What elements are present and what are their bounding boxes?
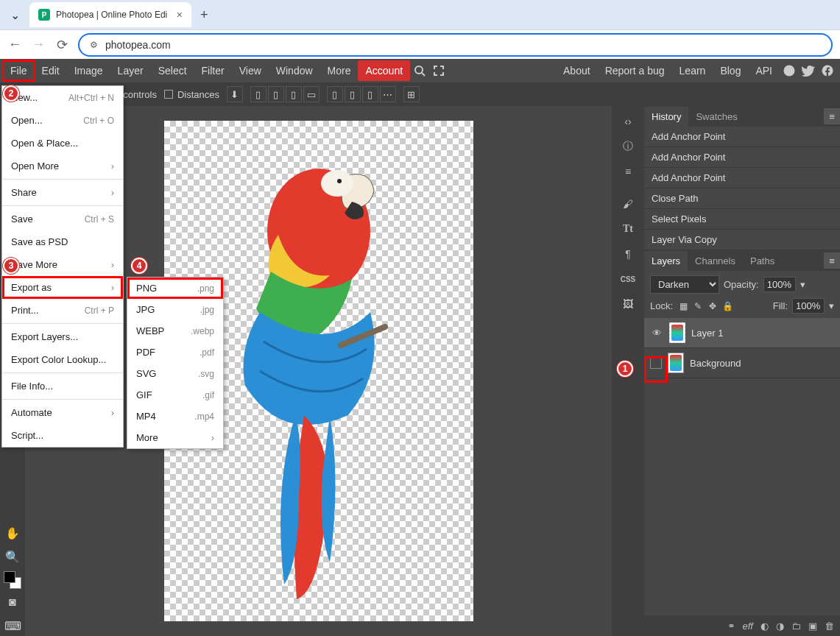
opacity-input[interactable]	[763, 277, 796, 292]
reddit-icon[interactable]	[780, 61, 799, 80]
layer-row[interactable]: 👁Layer 1	[644, 318, 840, 348]
download-icon[interactable]: ⬇	[227, 86, 243, 102]
file-menu-item[interactable]: Share›	[2, 181, 123, 204]
adjustment-layer-icon[interactable]: ◑	[776, 621, 784, 632]
history-item[interactable]: Close Path	[644, 188, 840, 209]
color-swatch[interactable]	[4, 571, 21, 589]
file-menu-item[interactable]: Export Layers...	[2, 325, 123, 348]
history-panel-menu-icon[interactable]: ≡	[824, 108, 840, 124]
export-submenu-item[interactable]: SVG.svg	[127, 363, 223, 384]
new-layer-icon[interactable]: ▣	[808, 621, 817, 632]
history-item[interactable]: Select Pixels	[644, 209, 840, 230]
more-align-icon[interactable]: ⋯	[380, 86, 396, 102]
brush-panel-icon[interactable]: 🖌	[616, 193, 640, 215]
menu-file[interactable]: File	[3, 60, 35, 81]
nav-forward-button[interactable]: →	[31, 37, 46, 52]
layer-mask-icon[interactable]: ◐	[760, 621, 769, 632]
menu-account[interactable]: Account	[358, 60, 410, 81]
nav-reload-button[interactable]: ⟳	[54, 37, 69, 53]
facebook-icon[interactable]	[818, 61, 837, 80]
distribute-h-icon[interactable]: ▯	[327, 86, 343, 102]
layer-visibility-toggle[interactable]: 👁	[650, 328, 663, 339]
twitter-icon[interactable]	[799, 61, 818, 80]
tab-paths[interactable]: Paths	[743, 251, 782, 271]
layer-row[interactable]: Background	[644, 348, 840, 378]
css-panel-icon[interactable]: CSS	[616, 268, 640, 290]
info-panel-icon[interactable]: ⓘ	[616, 135, 640, 158]
menu-edit[interactable]: Edit	[35, 60, 67, 81]
align-left-icon[interactable]: ▯	[250, 86, 267, 102]
file-menu-item[interactable]: Open & Place...	[2, 132, 123, 155]
file-menu-item[interactable]: Print...Ctrl + P	[2, 299, 123, 322]
tab-channels[interactable]: Channels	[688, 251, 743, 271]
export-submenu-item[interactable]: PDF.pdf	[127, 342, 223, 363]
export-submenu-item[interactable]: More›	[127, 427, 223, 448]
image-panel-icon[interactable]: 🖼	[616, 293, 640, 315]
file-menu-item[interactable]: Automate›	[2, 401, 123, 424]
export-submenu-item[interactable]: PNG.png	[127, 278, 223, 299]
menu-layer[interactable]: Layer	[110, 60, 151, 81]
hand-tool[interactable]: ✋	[2, 523, 23, 543]
menu-filter[interactable]: Filter	[194, 60, 232, 81]
new-folder-icon[interactable]: 🗀	[791, 621, 801, 632]
distribute-v-icon[interactable]: ▯	[345, 86, 361, 102]
lock-position-icon[interactable]: ✥	[707, 300, 719, 312]
opacity-slider-icon[interactable]: ▾	[800, 279, 805, 290]
distances-checkbox[interactable]: Distances	[164, 89, 219, 100]
history-item[interactable]: Add Anchor Point	[644, 168, 840, 188]
file-menu-item[interactable]: New...Alt+Ctrl + N	[2, 86, 123, 109]
fill-input[interactable]	[792, 298, 825, 314]
file-menu-item[interactable]: Open...Ctrl + O	[2, 109, 123, 132]
link-blog[interactable]: Blog	[713, 60, 748, 81]
layer-effects-icon[interactable]: eff	[743, 621, 753, 632]
file-menu-item[interactable]: Export as›	[2, 276, 123, 299]
align-right-icon[interactable]: ▯	[286, 86, 302, 102]
tab-swatches[interactable]: Swatches	[688, 107, 744, 127]
layer-visibility-toggle[interactable]	[650, 357, 662, 369]
history-item[interactable]: Add Anchor Point	[644, 147, 840, 168]
align-top-icon[interactable]: ▭	[303, 86, 320, 102]
menu-window[interactable]: Window	[269, 60, 320, 81]
export-submenu-item[interactable]: MP4.mp4	[127, 406, 223, 427]
browser-tab[interactable]: P Photopea | Online Photo Edi ×	[29, 2, 191, 27]
tab-history[interactable]: History	[644, 107, 688, 127]
lock-pixels-icon[interactable]: ✎	[692, 300, 704, 312]
layer-thumbnail[interactable]	[668, 353, 684, 373]
link-report-bug[interactable]: Report a bug	[598, 60, 672, 81]
export-submenu-item[interactable]: JPG.jpg	[127, 299, 223, 320]
zoom-tool[interactable]: 🔍	[2, 546, 23, 567]
file-menu-item[interactable]: Save More›	[2, 253, 123, 276]
file-menu-item[interactable]: Script...	[2, 424, 123, 447]
lock-transparency-icon[interactable]: ▦	[677, 300, 689, 312]
menu-select[interactable]: Select	[151, 60, 194, 81]
export-submenu-item[interactable]: WEBP.webp	[127, 320, 223, 342]
file-menu-item[interactable]: Open More›	[2, 155, 123, 177]
options-panel-icon[interactable]: ≡	[616, 160, 640, 183]
delete-layer-icon[interactable]: 🗑	[825, 621, 834, 632]
tab-list-chevron[interactable]: ⌄	[6, 6, 24, 24]
menu-image[interactable]: Image	[67, 60, 110, 81]
layer-thumbnail[interactable]	[669, 322, 685, 343]
blend-mode-select[interactable]: Darken	[650, 275, 719, 294]
link-api[interactable]: API	[748, 60, 780, 81]
paragraph-panel-icon[interactable]: ¶	[616, 243, 640, 265]
file-menu-item[interactable]: SaveCtrl + S	[2, 208, 123, 230]
menu-view[interactable]: View	[232, 60, 269, 81]
tab-close-icon[interactable]: ×	[177, 9, 183, 21]
file-menu-item[interactable]: Export Color Lookup...	[2, 348, 123, 371]
character-panel-icon[interactable]: Tt	[616, 218, 640, 240]
layers-panel-menu-icon[interactable]: ≡	[824, 252, 840, 269]
link-about[interactable]: About	[556, 60, 598, 81]
link-learn[interactable]: Learn	[672, 60, 713, 81]
grid-icon[interactable]: ⊞	[403, 86, 420, 102]
new-tab-button[interactable]: +	[200, 7, 208, 23]
file-menu-item[interactable]: File Info...	[2, 375, 123, 398]
fullscreen-icon[interactable]	[429, 61, 448, 80]
nav-back-button[interactable]: ←	[7, 37, 22, 52]
menu-more[interactable]: More	[320, 60, 359, 81]
history-item[interactable]: Add Anchor Point	[644, 127, 840, 147]
quick-mask-tool[interactable]: ◙	[2, 592, 23, 612]
link-layers-icon[interactable]: ⚭	[727, 621, 735, 632]
history-item[interactable]: Layer Via Copy	[644, 230, 840, 250]
tab-layers[interactable]: Layers	[644, 251, 688, 271]
